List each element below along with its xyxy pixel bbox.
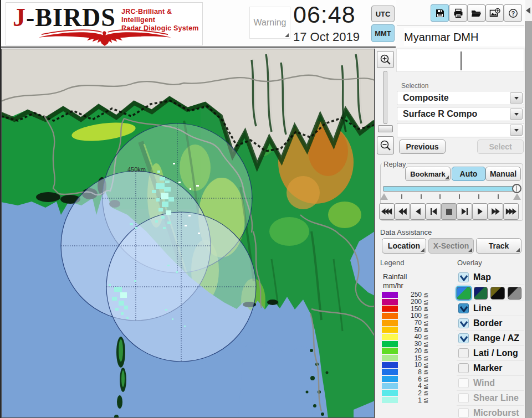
auto-mode-button[interactable]: Auto — [452, 167, 485, 181]
selection-label: Selection — [401, 82, 428, 90]
replay-slider-track[interactable] — [383, 186, 516, 192]
save-button[interactable] — [431, 4, 449, 22]
map-style-option[interactable] — [508, 287, 522, 300]
overlay-row-map[interactable]: Map — [457, 270, 524, 285]
play-reverse-button[interactable] — [410, 203, 426, 220]
overlay-row-wind[interactable]: Wind — [457, 376, 524, 391]
overlay-row-microburst[interactable]: Microburst — [457, 406, 524, 418]
print-button[interactable] — [449, 4, 467, 22]
legend-row: 1≦ — [382, 396, 428, 404]
map-checkbox[interactable] — [458, 272, 469, 282]
overlay-row-line[interactable]: Line — [457, 301, 524, 316]
open-file-button[interactable] — [467, 4, 485, 22]
previous-button[interactable]: Previous — [399, 140, 446, 154]
overlay-row-marker[interactable]: Marker — [457, 361, 524, 376]
legend-row: 250≦ — [382, 291, 428, 298]
command-input[interactable] — [396, 49, 524, 72]
overlay-title: Overlay — [457, 259, 482, 267]
legend-row: 100≦ — [382, 312, 428, 319]
gulf-of-thailand — [238, 342, 313, 418]
xsection-button[interactable]: X-Section — [428, 238, 474, 254]
legend-row: 15≦ — [382, 354, 428, 362]
chevron-down-icon[interactable] — [510, 109, 523, 120]
step-forward-button[interactable] — [457, 203, 472, 220]
play-reverse-icon — [415, 208, 421, 215]
rewind-icon — [398, 208, 407, 215]
lati-long-checkbox[interactable] — [458, 348, 469, 358]
toolbar: ? — [431, 4, 522, 22]
microburst-checkbox[interactable] — [458, 408, 469, 418]
stop-button[interactable] — [441, 203, 457, 220]
legend-row: 30≦ — [382, 340, 428, 348]
clock-time: 06:48 — [293, 1, 371, 28]
help-button[interactable]: ? — [504, 4, 522, 22]
mmt-button[interactable]: MMT — [371, 24, 395, 42]
clock-date: 17 Oct 2019 — [293, 30, 376, 44]
wind-checkbox[interactable] — [458, 378, 469, 388]
shear-line-checkbox[interactable] — [458, 393, 469, 403]
data-assistance-label: Data Assistance — [380, 228, 432, 236]
rewind-fast-button[interactable] — [379, 203, 395, 220]
composite-combobox[interactable]: Composite — [397, 91, 524, 105]
slider-tick — [421, 194, 422, 199]
line-checkbox[interactable] — [458, 303, 469, 313]
slider-tick — [439, 194, 441, 199]
legend-row: 70≦ — [382, 319, 428, 327]
slider-tick — [401, 194, 402, 199]
map-style-option[interactable] — [490, 287, 505, 300]
marker-checkbox[interactable] — [458, 363, 469, 373]
brand-rest: -BIRDS — [26, 3, 116, 32]
slider-tick — [459, 194, 460, 199]
divider — [397, 25, 524, 26]
top-bar: J-BIRDS JRC-Brilliant & Intelligent Rada… — [1, 0, 396, 48]
overlay-row-range-az[interactable]: Range / AZ — [457, 331, 524, 346]
location-button[interactable]: Location — [382, 238, 426, 254]
radar-map[interactable]: 450km — [1, 49, 375, 418]
chevron-down-icon[interactable] — [510, 125, 523, 136]
map-style-option[interactable] — [457, 287, 471, 300]
save-icon — [435, 8, 445, 18]
open-folder-icon — [471, 8, 482, 18]
zoom-out-button[interactable] — [377, 136, 394, 154]
map-style-option[interactable] — [474, 287, 488, 300]
select-button[interactable]: Select — [477, 140, 524, 154]
zoom-slider-track[interactable] — [383, 71, 387, 124]
chevron-down-icon[interactable] — [510, 92, 523, 104]
play-button[interactable] — [472, 203, 488, 220]
step-back-button[interactable] — [426, 203, 441, 220]
range-az-checkbox[interactable] — [458, 333, 469, 343]
manual-mode-button[interactable]: Manual — [485, 167, 521, 181]
legend-row: 6≦ — [382, 375, 428, 383]
panel-collapse-icon[interactable] — [526, 7, 530, 14]
slider-end-marker[interactable] — [513, 193, 521, 200]
border-checkbox[interactable] — [458, 318, 469, 328]
corner-grip-icon — [421, 248, 424, 252]
overlay-row-lati-long[interactable]: Lati / Long — [457, 346, 524, 361]
forward-icon — [491, 208, 500, 215]
legend-row: 8≦ — [382, 369, 428, 376]
zoom-slider-handle[interactable] — [378, 125, 393, 132]
rewind-button[interactable] — [395, 203, 410, 220]
legend-unit-mmhr: mm/hr — [383, 281, 403, 290]
overlay-row-shear-line[interactable]: Shear Line — [457, 391, 524, 406]
legend-unit-rainfall: Rainfall — [383, 272, 407, 281]
slider-start-marker[interactable] — [380, 193, 388, 200]
zoom-in-button[interactable] — [377, 51, 394, 68]
track-button[interactable]: Track — [476, 238, 521, 254]
overlay-row-border[interactable]: Border — [457, 316, 524, 331]
bookmark-button[interactable]: Bookmark — [405, 167, 451, 181]
corner-grip-icon — [516, 248, 520, 252]
empty-combobox[interactable] — [397, 123, 524, 137]
add-image-button[interactable] — [485, 4, 504, 22]
corner-grip-icon — [445, 176, 449, 179]
forward-fast-button[interactable] — [503, 203, 519, 220]
scrollbar[interactable] — [525, 21, 532, 418]
warning-button[interactable]: Warning — [249, 7, 290, 39]
product-combobox[interactable]: Surface R Compo — [397, 107, 524, 121]
utc-button[interactable]: UTC — [371, 6, 395, 22]
forward-button[interactable] — [488, 203, 503, 220]
replay-slider-handle[interactable] — [512, 184, 521, 193]
map-style-swatches — [457, 285, 524, 301]
zoom-in-icon — [380, 54, 392, 66]
replay-label: Replay — [382, 160, 407, 168]
